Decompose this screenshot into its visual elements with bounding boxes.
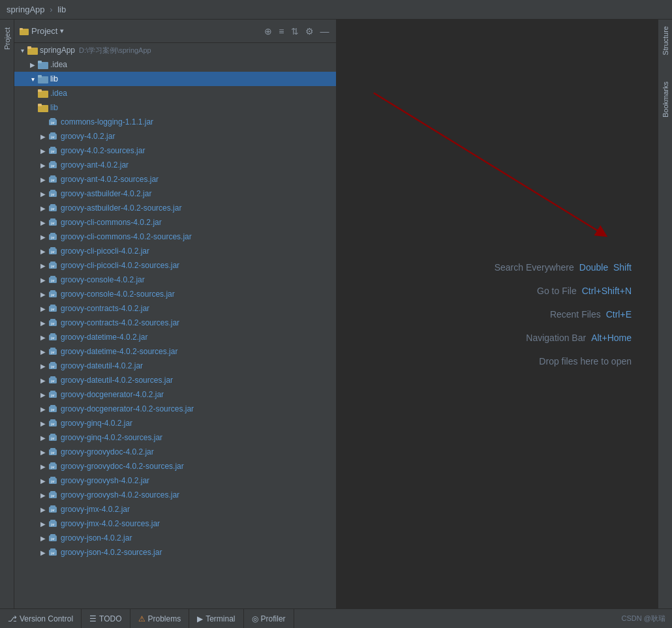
tree-item-groovy-datetime-402[interactable]: ▶ jar groovy-datetime-4.0.2.jar xyxy=(14,330,336,344)
svg-rect-5 xyxy=(27,46,31,49)
tree-item-groovy-dateutil-402[interactable]: ▶ jar groovy-dateutil-4.0.2.jar xyxy=(14,359,336,373)
tree-item-groovy-contracts-402[interactable]: ▶ jar groovy-contracts-4.0.2.jar xyxy=(14,301,336,316)
tree-item-commons-logging[interactable]: jar commons-logging-1.1.1.jar xyxy=(14,115,336,129)
tree-item-springapp[interactable]: ▾ springApp D:\学习案例\springApp xyxy=(14,43,336,57)
svg-text:jar: jar xyxy=(50,207,55,211)
sort-icon[interactable]: ⇅ xyxy=(290,25,300,38)
svg-rect-13 xyxy=(38,104,42,106)
svg-text:jar: jar xyxy=(50,408,55,411)
tab-terminal[interactable]: ▶ Terminal xyxy=(189,609,243,628)
shortcut-search-everywhere: Search Everywhere Double Shift xyxy=(495,262,632,273)
project-tree[interactable]: ▾ springApp D:\学习案例\springApp ▶ .idea xyxy=(14,43,336,608)
shortcut-desc-drop: Drop files here to open xyxy=(539,356,632,366)
shortcut-recent-files: Recent Files Ctrl+E xyxy=(550,309,632,320)
svg-text:jar: jar xyxy=(50,164,55,168)
collapse-all-icon[interactable]: ≡ xyxy=(277,25,285,38)
status-right-text: CSDN @耿瑞 xyxy=(615,614,672,623)
tree-item-groovy-contracts-402-sources[interactable]: ▶ jar groovy-contracts-4.0.2-sources.jar xyxy=(14,316,336,330)
minimize-icon[interactable]: — xyxy=(319,25,331,38)
tree-item-groovy-groovydoc-402-sources[interactable]: ▶ jar groovy-groovydoc-4.0.2-sources.jar xyxy=(14,459,336,473)
tree-item-groovy-cli-picocli-402[interactable]: ▶ jar groovy-cli-picocli-4.0.2.jar xyxy=(14,244,336,258)
profiler-icon: ◎ xyxy=(252,614,258,623)
shortcut-go-to-file: Go to File Ctrl+Shift+N xyxy=(537,286,632,296)
tree-item-groovy-astbuilder-402[interactable]: ▶ jar groovy-astbuilder-4.0.2.jar xyxy=(14,187,336,201)
tab-label-problems: Problems xyxy=(148,614,181,623)
shortcut-desc-goto: Go to File xyxy=(537,286,577,296)
sidebar-item-bookmarks[interactable]: Bookmarks xyxy=(660,75,671,124)
tree-item-groovy-json-402-sources[interactable]: ▶ jar groovy-json-4.0.2-sources.jar xyxy=(14,545,336,560)
tree-item-groovy-astbuilder-402-sources[interactable]: ▶ jar groovy-astbuilder-4.0.2-sources.ja… xyxy=(14,201,336,215)
svg-text:jar: jar xyxy=(50,379,55,383)
panel-dropdown-icon[interactable]: ▾ xyxy=(60,27,64,35)
tree-item-groovy-ant-402[interactable]: ▶ jar groovy-ant-4.0.2.jar xyxy=(14,158,336,172)
project-vertical-label[interactable]: Project xyxy=(2,22,12,55)
svg-text:jar: jar xyxy=(50,508,55,512)
svg-text:jar: jar xyxy=(50,235,55,239)
tree-item-groovy-groovysh-402-sources[interactable]: ▶ jar groovy-groovysh-4.0.2-sources.jar xyxy=(14,488,336,502)
tree-item-groovy-console-402[interactable]: ▶ jar groovy-console-4.0.2.jar xyxy=(14,273,336,287)
svg-text:jar: jar xyxy=(50,336,55,340)
tab-problems[interactable]: ⚠ Problems xyxy=(130,609,190,628)
lib-folder-icon xyxy=(38,74,48,84)
tree-item-groovy-402[interactable]: ▶ jar groovy-4.0.2.jar xyxy=(14,129,336,143)
tree-item-groovy-json-402[interactable]: ▶ jar groovy-json-4.0.2.jar xyxy=(14,531,336,545)
item-label-idea: .idea xyxy=(50,60,67,69)
tree-item-groovy-docgenerator-402[interactable]: ▶ jar groovy-docgenerator-4.0.2.jar xyxy=(14,387,336,402)
svg-text:jar: jar xyxy=(50,479,55,483)
tree-item-groovy-console-402-sources[interactable]: ▶ jar groovy-console-4.0.2-sources.jar xyxy=(14,287,336,301)
tree-item-groovy-jmx-402-sources[interactable]: ▶ jar groovy-jmx-4.0.2-sources.jar xyxy=(14,516,336,531)
tree-item-groovy-docgenerator-402-sources[interactable]: ▶ jar groovy-docgenerator-4.0.2-sources.… xyxy=(14,402,336,416)
version-control-icon: ⎇ xyxy=(8,614,17,623)
tree-item-groovy-402-sources[interactable]: ▶ jar groovy-4.0.2-sources.jar xyxy=(14,143,336,158)
tree-item-groovy-groovydoc-402[interactable]: ▶ jar groovy-groovydoc-4.0.2.jar xyxy=(14,445,336,459)
tree-item-groovy-cli-commons-402-sources[interactable]: ▶ jar groovy-cli-commons-4.0.2-sources.j… xyxy=(14,230,336,244)
tree-item-groovy-cli-picocli-402-sources[interactable]: ▶ jar groovy-cli-picocli-4.0.2-sources.j… xyxy=(14,258,336,273)
svg-text:jar: jar xyxy=(50,192,55,196)
app-name: springApp xyxy=(7,5,45,14)
tree-item-groovy-groovysh-402[interactable]: ▶ jar groovy-groovysh-4.0.2.jar xyxy=(14,473,336,488)
tree-item-idea[interactable]: .idea xyxy=(14,86,336,100)
panel-title: Project ▾ xyxy=(20,26,259,36)
shortcut-desc-search: Search Everywhere xyxy=(495,262,574,273)
lib-name: lib xyxy=(57,5,66,14)
svg-text:jar: jar xyxy=(50,393,55,397)
tree-item-groovy-jmx-402[interactable]: ▶ jar groovy-jmx-4.0.2.jar xyxy=(14,502,336,516)
tree-item-groovy-dateutil-402-sources[interactable]: ▶ jar groovy-dateutil-4.0.2-sources.jar xyxy=(14,373,336,387)
tree-item-groovy-cli-commons-402[interactable]: ▶ jar groovy-cli-commons-4.0.2.jar xyxy=(14,215,336,230)
svg-text:jar: jar xyxy=(50,264,55,268)
svg-text:jar: jar xyxy=(50,537,55,541)
project-folder-icon xyxy=(27,45,38,55)
left-panel-stripe: Project xyxy=(0,20,14,608)
expand-icon-idea: ▶ xyxy=(27,59,38,70)
tree-item-groovy-ginq-402-sources[interactable]: ▶ jar groovy-ginq-4.0.2-sources.jar xyxy=(14,430,336,445)
breadcrumb-separator: › xyxy=(50,5,52,14)
terminal-icon: ▶ xyxy=(197,614,203,623)
tree-item-groovy-ginq-402[interactable]: ▶ jar groovy-ginq-4.0.2.jar xyxy=(14,416,336,430)
editor-area: Search Everywhere Double Shift Go to Fil… xyxy=(337,20,658,608)
shortcut-key-search: Double Shift xyxy=(579,262,632,273)
expand-icon-lib: ▾ xyxy=(27,74,38,84)
jar-items-container: .idea lib jar commons-logging-1.1.1.jar▶… xyxy=(14,86,336,560)
right-side-tabs: Structure Bookmarks xyxy=(658,20,672,608)
tree-item-lib[interactable]: lib xyxy=(14,100,336,115)
tree-item-lib[interactable]: ▾ lib xyxy=(14,72,336,86)
svg-text:jar: jar xyxy=(50,436,55,440)
svg-text:jar: jar xyxy=(50,250,55,254)
bottom-tabs: ⎇ Version Control ☰ TODO ⚠ Problems ▶ Te… xyxy=(0,609,615,628)
svg-text:jar: jar xyxy=(50,494,55,498)
item-path: D:\学习案例\springApp xyxy=(79,46,151,55)
status-bar: ⎇ Version Control ☰ TODO ⚠ Problems ▶ Te… xyxy=(0,608,672,628)
svg-text:jar: jar xyxy=(50,522,55,526)
tab-todo[interactable]: ☰ TODO xyxy=(82,609,130,628)
svg-rect-11 xyxy=(38,89,42,92)
settings-icon[interactable]: ⚙ xyxy=(304,25,315,38)
locate-icon[interactable]: ⊕ xyxy=(263,25,273,38)
sidebar-item-structure[interactable]: Structure xyxy=(660,20,671,62)
tab-profiler[interactable]: ◎ Profiler xyxy=(244,609,294,628)
tree-item-groovy-datetime-402-sources[interactable]: ▶ jar groovy-datetime-4.0.2-sources.jar xyxy=(14,344,336,359)
tree-item-groovy-ant-402-sources[interactable]: ▶ jar groovy-ant-4.0.2-sources.jar xyxy=(14,172,336,187)
tree-item-idea[interactable]: ▶ .idea xyxy=(14,57,336,72)
svg-rect-9 xyxy=(38,75,42,78)
tab-label-terminal: Terminal xyxy=(206,614,235,623)
tab-version-control[interactable]: ⎇ Version Control xyxy=(0,609,82,628)
